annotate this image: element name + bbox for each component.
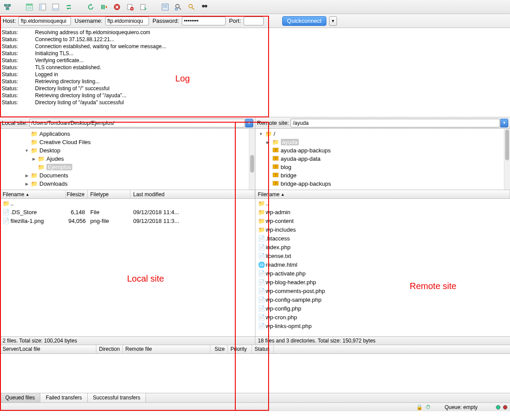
quickconnect-dropdown-icon[interactable]: ▼ [329,16,337,26]
file-row[interactable]: 📁.. [0,199,255,208]
folder-icon: 📁 [31,180,38,187]
file-row[interactable]: 📄wp-links-opml.php [255,321,510,330]
tree-item[interactable]: ?bridge [255,171,510,180]
remote-file-header[interactable]: Filename▲ [255,190,510,199]
file-row[interactable]: 📁wp-admin [255,208,510,216]
local-path-dropdown-icon[interactable]: ▼ [245,119,253,127]
site-manager-icon[interactable] [3,2,12,12]
filter-icon[interactable] [160,2,170,12]
remote-tree[interactable]: ▼📁/▶📁ayuda?ayuda-app-backups?ayuda-app-d… [255,129,510,190]
file-row[interactable]: 📄wp-comments-post.php [255,286,510,295]
toggle-queue-icon[interactable] [51,2,60,12]
tree-toggle-icon[interactable]: ▶ [25,173,29,178]
file-row[interactable]: 📁wp-content [255,216,510,225]
local-tree[interactable]: 📁Applications📁Creative Cloud Files▼📁Desk… [0,129,255,190]
file-row[interactable]: 📄.DS_Store6,148File09/12/2018 11:4... [0,208,255,216]
tree-toggle-icon[interactable]: ▶ [32,157,36,161]
scrollbar[interactable] [249,129,255,190]
local-file-header[interactable]: Filename▲ Filesize Filetype Last modifie… [0,190,255,199]
file-row[interactable]: 📄filezilla-1.png94,056png-file09/12/2018… [0,216,255,225]
disconnect-icon[interactable] [125,2,135,12]
tree-toggle-icon[interactable]: ▼ [259,132,263,136]
tree-item[interactable]: ▶📁Ajudes [0,155,255,163]
folder-icon: 📁 [31,131,38,137]
file-row[interactable]: 🌐readme.html [255,260,510,269]
remote-path-dropdown-icon[interactable]: ▼ [500,119,508,127]
tree-label: Creative Cloud Files [39,139,91,145]
file-row[interactable]: 📄wp-blog-header.php [255,278,510,286]
tree-toggle-icon[interactable]: ▶ [266,140,270,145]
file-icon: 📄 [258,279,265,286]
cancel-icon[interactable] [112,2,122,12]
tree-item[interactable]: ?ayuda-app-data [255,155,510,163]
search-icon[interactable] [187,2,196,12]
folder-icon: 📁 [31,189,38,190]
remote-file-list[interactable]: 📁..📁wp-admin📁wp-content📁wp-includes📄.hta… [255,199,510,336]
port-input[interactable] [244,17,264,25]
file-row[interactable]: 📄license.txt [255,251,510,260]
process-queue-icon[interactable] [99,2,109,12]
compare-icon[interactable] [174,2,183,12]
remote-path-bar: Remote site: /ayuda ▼ [255,117,510,129]
file-row[interactable]: 📄wp-config-sample.php [255,295,510,304]
reconnect-icon[interactable] [138,2,148,12]
tree-item[interactable]: ▶📁ayuda [255,138,510,146]
tree-item[interactable]: 📁Applications [0,130,255,138]
quickconnect-button[interactable]: Quickconnect [282,16,326,26]
tree-item[interactable]: ?ayuda-app-backups [255,146,510,155]
username-input[interactable] [105,17,149,25]
queue-header[interactable]: Server/Local file Direction Remote file … [0,345,510,354]
queue-tab[interactable]: Successful transfers [88,393,146,402]
toggle-log-icon[interactable] [25,2,34,12]
tree-item[interactable]: ▶📁Downloads [0,180,255,188]
file-row[interactable]: 📄wp-config.php [255,304,510,313]
folder-icon: 📁 [31,172,38,179]
activity-led-icon [503,405,507,409]
log-line: Status:Connecting to 37.152.88.122:21... [2,36,508,43]
sync-browse-icon[interactable] [64,2,74,12]
find-icon[interactable] [200,2,209,12]
file-row[interactable]: 📁wp-includes [255,225,510,234]
main-toolbar [0,0,510,14]
folder-icon: 📁 [38,164,45,170]
svg-text:?: ? [274,181,277,186]
file-row[interactable]: 📄index.php [255,243,510,251]
tree-toggle-icon[interactable]: ▼ [25,148,29,153]
tree-toggle-icon[interactable]: ▶ [25,182,29,186]
tree-item[interactable]: ▼📁/ [255,130,510,138]
host-input[interactable] [18,17,71,25]
file-icon: 📄 [258,270,265,277]
local-path-bar: Local site: /Users/ToniJoan/Desktop/Ejem… [0,117,255,129]
tree-item[interactable]: ▶📁Library [0,188,255,190]
file-row[interactable]: 📁.. [255,199,510,208]
tree-item[interactable]: ?bridge-app-backups [255,180,510,188]
svg-text:?: ? [274,173,277,177]
tree-label: ayuda-app-data [281,155,321,162]
queue-body[interactable] [0,354,510,393]
tree-toggle-icon[interactable]: ▶ [25,190,29,191]
file-row[interactable]: 📄wp-cron.php [255,313,510,321]
lock-icon[interactable]: 🔒 [416,404,423,410]
svg-rect-0 [4,4,7,6]
queue-tab[interactable]: Failed transfers [40,393,88,402]
file-row[interactable]: 📄wp-activate.php [255,269,510,278]
scrollbar[interactable] [504,129,510,190]
local-path-input[interactable]: /Users/ToniJoan/Desktop/Ejemplos/ [29,119,245,127]
tree-item[interactable]: ▶📁Documents [0,171,255,180]
svg-rect-8 [39,4,42,10]
tree-item[interactable]: 📁Ejemplos [0,163,255,171]
speed-limit-icon[interactable]: ⏱ [425,404,431,410]
remote-path-input[interactable]: /ayuda [290,119,500,127]
toggle-tree-icon[interactable] [38,2,47,12]
folder-icon: 📁 [265,131,272,137]
refresh-icon[interactable] [86,2,96,12]
queue-tab[interactable]: Queued files [0,393,40,402]
password-input[interactable] [182,17,226,25]
file-row[interactable]: 📄.htaccess [255,234,510,243]
tree-item[interactable]: ▼📁Desktop [0,146,255,155]
tree-item[interactable]: 📁Creative Cloud Files [0,138,255,146]
local-file-list[interactable]: 📁..📄.DS_Store6,148File09/12/2018 11:4...… [0,199,255,336]
tree-item[interactable]: ?blog [255,163,510,171]
local-site-label: Local site: [2,120,28,126]
file-icon: 📄 [258,296,265,303]
